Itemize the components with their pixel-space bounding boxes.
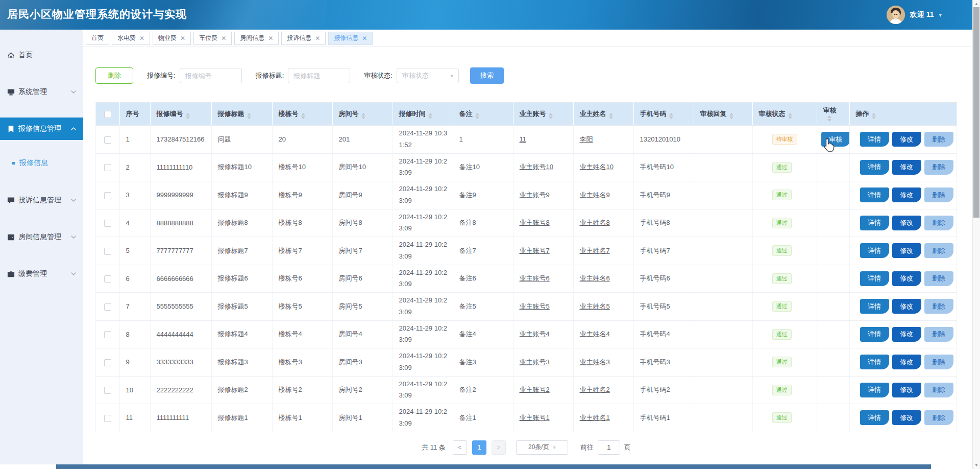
column-header-reply[interactable]: 审核回复	[694, 103, 752, 126]
column-header-owner_account[interactable]: 业主账号	[513, 103, 573, 126]
cell-owner-name[interactable]: 业主姓名10	[573, 153, 633, 181]
cell-owner-account[interactable]: 11	[513, 126, 573, 154]
repair-no-input[interactable]	[180, 68, 242, 83]
sort-caret-icon[interactable]	[549, 113, 553, 119]
scroll-down-arrow-icon[interactable]: ▼	[973, 463, 980, 467]
tab-水电费[interactable]: 水电费✕	[112, 32, 150, 45]
cell-owner-name[interactable]: 业主姓名5	[573, 293, 633, 321]
sort-caret-icon[interactable]	[872, 113, 876, 119]
scroll-up-arrow-icon[interactable]: ▲	[973, 2, 980, 6]
sidebar-item-6[interactable]: 缴费管理	[0, 263, 83, 285]
cell-owner-name[interactable]: 业主姓名2	[573, 376, 633, 404]
close-icon[interactable]: ✕	[268, 35, 273, 41]
row-checkbox[interactable]	[104, 275, 111, 283]
sidebar-item-1[interactable]: 首页	[0, 44, 83, 66]
select-all-checkbox[interactable]	[104, 111, 111, 118]
column-header-audit[interactable]: 审核	[817, 103, 849, 126]
edit-button[interactable]: 修改	[892, 299, 921, 314]
column-header-building[interactable]: 楼栋号	[272, 103, 332, 126]
column-header-room[interactable]: 房间号	[332, 103, 393, 126]
cell-owner-account[interactable]: 业主账号2	[513, 376, 573, 404]
vertical-scrollbar[interactable]: ▲ ▼	[972, 0, 980, 469]
sort-caret-icon[interactable]	[428, 113, 432, 119]
delete-button[interactable]: 删除	[95, 67, 133, 84]
cell-owner-name[interactable]: 业主姓名3	[573, 348, 633, 377]
sort-caret-icon[interactable]	[475, 113, 479, 119]
edit-button[interactable]: 修改	[892, 187, 921, 202]
sort-caret-icon[interactable]	[247, 113, 251, 119]
tab-首页[interactable]: 首页	[86, 32, 109, 45]
column-header-status[interactable]: 审核状态	[752, 103, 817, 126]
column-header-owner_name[interactable]: 业主姓名	[573, 103, 633, 126]
sort-caret-icon[interactable]	[609, 113, 613, 119]
search-button[interactable]: 搜索	[470, 67, 504, 84]
cell-owner-account[interactable]: 业主账号6	[513, 265, 573, 293]
avatar[interactable]	[887, 6, 905, 24]
edit-button[interactable]: 修改	[892, 383, 921, 397]
sidebar-item-3[interactable]: 报修信息管理	[0, 118, 83, 140]
row-checkbox[interactable]	[104, 164, 111, 171]
edit-button[interactable]: 修改	[892, 355, 921, 369]
horizontal-scrollbar-thumb[interactable]	[56, 464, 931, 469]
edit-button[interactable]: 修改	[892, 327, 921, 342]
delete-row-button[interactable]: 删除	[924, 299, 953, 314]
sort-caret-icon[interactable]	[186, 113, 190, 119]
delete-row-button[interactable]: 删除	[924, 355, 953, 369]
prev-page-button[interactable]: <	[453, 440, 467, 455]
cell-owner-name[interactable]: 业主姓名8	[573, 209, 633, 237]
delete-row-button[interactable]: 删除	[924, 187, 953, 202]
delete-row-button[interactable]: 删除	[924, 327, 953, 342]
cell-owner-account[interactable]: 业主账号5	[513, 293, 573, 321]
delete-row-button[interactable]: 删除	[924, 243, 953, 258]
tab-报修信息[interactable]: 报修信息✕	[328, 32, 373, 45]
vertical-scrollbar-thumb[interactable]	[973, 7, 979, 218]
edit-button[interactable]: 修改	[892, 271, 921, 286]
goto-page-input[interactable]	[598, 440, 620, 455]
cell-owner-account[interactable]: 业主账号1	[513, 404, 573, 432]
row-checkbox[interactable]	[104, 359, 111, 366]
delete-row-button[interactable]: 删除	[924, 216, 953, 230]
row-checkbox[interactable]	[104, 303, 111, 311]
close-icon[interactable]: ✕	[315, 35, 320, 41]
page-number-button[interactable]: 1	[472, 440, 486, 455]
close-icon[interactable]: ✕	[180, 35, 185, 41]
delete-row-button[interactable]: 删除	[924, 132, 953, 147]
detail-button[interactable]: 详情	[860, 132, 889, 147]
sidebar-item-2[interactable]: 系统管理	[0, 81, 83, 103]
delete-row-button[interactable]: 删除	[924, 160, 953, 175]
detail-button[interactable]: 详情	[860, 243, 889, 258]
cell-owner-name[interactable]: 李阳	[573, 126, 633, 154]
tab-车位费[interactable]: 车位费✕	[193, 32, 232, 45]
sort-caret-icon[interactable]	[827, 115, 831, 122]
sort-caret-icon[interactable]	[361, 113, 365, 119]
page-size-select[interactable]: 20条/页 ▾	[516, 440, 568, 455]
cell-owner-name[interactable]: 业主姓名4	[573, 320, 633, 348]
edit-button[interactable]: 修改	[892, 216, 921, 230]
cell-owner-account[interactable]: 业主账号9	[513, 181, 573, 209]
row-checkbox[interactable]	[104, 136, 111, 144]
next-page-button[interactable]: >	[492, 440, 506, 455]
close-icon[interactable]: ✕	[139, 35, 144, 41]
cell-owner-account[interactable]: 业主账号10	[513, 153, 573, 181]
cell-owner-name[interactable]: 业主姓名6	[573, 265, 633, 293]
edit-button[interactable]: 修改	[892, 410, 921, 425]
delete-row-button[interactable]: 删除	[924, 383, 953, 397]
close-icon[interactable]: ✕	[221, 35, 226, 41]
sort-caret-icon[interactable]	[729, 113, 733, 119]
cell-owner-name[interactable]: 业主姓名1	[573, 404, 633, 432]
cell-owner-account[interactable]: 业主账号3	[513, 348, 573, 377]
detail-button[interactable]: 详情	[860, 410, 889, 425]
column-header-title[interactable]: 报修标题	[211, 103, 272, 126]
delete-row-button[interactable]: 删除	[924, 410, 953, 425]
column-header-remark[interactable]: 备注	[453, 103, 513, 126]
cell-owner-name[interactable]: 业主姓名9	[573, 181, 633, 209]
user-area[interactable]: 欢迎 11 ▾	[887, 6, 942, 24]
close-icon[interactable]: ✕	[362, 35, 367, 41]
row-checkbox[interactable]	[104, 331, 111, 338]
sidebar-subitem-报修信息[interactable]: 报修信息	[0, 154, 83, 172]
audit-button[interactable]: 审核	[821, 132, 850, 147]
detail-button[interactable]: 详情	[860, 271, 889, 286]
detail-button[interactable]: 详情	[860, 216, 889, 230]
row-checkbox[interactable]	[104, 220, 111, 227]
column-header-time[interactable]: 报修时间	[393, 103, 453, 126]
